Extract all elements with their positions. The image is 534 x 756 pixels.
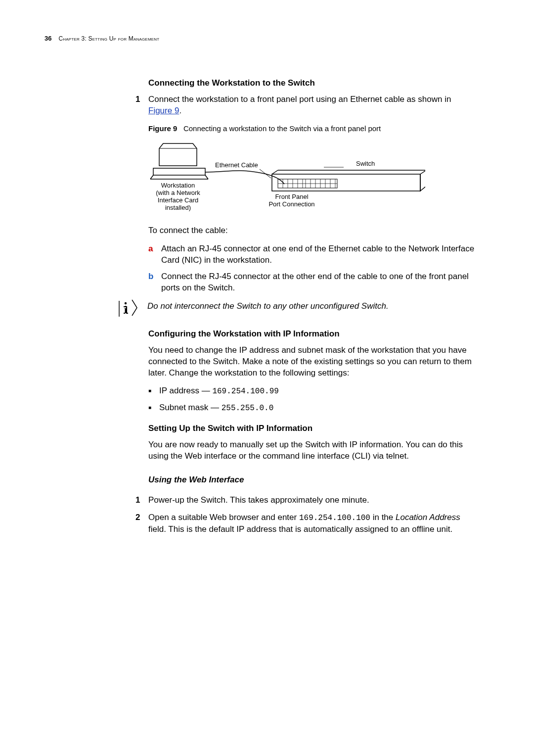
page-number: 36	[44, 35, 51, 42]
step-marker: 1	[135, 94, 140, 105]
figure-label: Figure 9	[148, 124, 177, 133]
step-text: Connect the workstation to a front panel…	[148, 94, 451, 104]
ip-address-item: IP address — 169.254.100.99	[148, 385, 475, 397]
mask-value: 255.255.0.0	[222, 404, 274, 413]
chapter-title: Chapter 3: Setting Up for Management	[58, 35, 159, 42]
s2a: Open a suitable Web browser and enter	[148, 513, 299, 522]
fig-label-switch: Switch	[356, 160, 375, 167]
figure-9-diagram: Ethernet Cable	[148, 139, 475, 216]
section-heading-setup-switch: Setting Up the Switch with IP Informatio…	[148, 423, 475, 434]
fig-label-fp2: Port Connection	[268, 200, 314, 208]
subnet-item: Subnet mask — 255.255.0.0	[148, 402, 475, 414]
info-note: i Do not interconnect the Switch to any …	[117, 299, 475, 319]
step-marker: 2	[135, 512, 140, 523]
substep-b-text: Connect the RJ-45 connector at the other…	[161, 272, 469, 292]
info-note-text: Do not interconnect the Switch to any ot…	[147, 299, 475, 312]
sec3-para: You are now ready to manually set up the…	[148, 439, 475, 462]
substep-a: a Attach an RJ-45 connector at one end o…	[148, 243, 475, 266]
figure-caption-text: Connecting a workstation to the Switch v…	[183, 124, 381, 133]
figure-caption: Figure 9 Connecting a workstation to the…	[148, 124, 475, 134]
fig-label-fp1: Front Panel	[275, 193, 308, 200]
section-heading-connecting: Connecting the Workstation to the Switch	[148, 78, 475, 89]
substep-a-marker: a	[148, 243, 153, 255]
substep-b-marker: b	[148, 271, 153, 283]
s2c: field. This is the default IP address th…	[148, 524, 452, 534]
fig-label-ethernet: Ethernet Cable	[215, 161, 258, 169]
fig-label-ws1: Workstation	[161, 182, 195, 189]
substep-a-text: Attach an RJ-45 connector at one end of …	[161, 244, 474, 265]
web-step-1-text: Power-up the Switch. This takes approxim…	[148, 495, 369, 505]
connect-intro: To connect the cable:	[148, 225, 475, 236]
fig-label-ws2: (with a Network	[156, 189, 200, 196]
step-marker: 1	[135, 495, 140, 506]
svg-rect-1	[153, 168, 205, 175]
s2-code: 169.254.100.100	[299, 514, 370, 522]
info-icon: i	[117, 299, 138, 319]
svg-line-2	[150, 175, 153, 179]
mask-label: Subnet mask —	[159, 403, 222, 412]
svg-line-7	[272, 170, 278, 174]
fig-label-ws4: installed)	[165, 204, 191, 211]
fig-label-ws3: Interface Card	[158, 196, 198, 204]
ip-value: 169.254.100.99	[212, 387, 278, 396]
s2b: in the	[370, 513, 396, 522]
step-text-tail: .	[179, 106, 181, 115]
web-step-1: 1 Power-up the Switch. This takes approx…	[148, 495, 475, 506]
sec2-para: You need to change the IP address and su…	[148, 345, 475, 379]
substep-b: b Connect the RJ-45 connector at the oth…	[148, 271, 475, 294]
section-heading-config-ws: Configuring the Workstation with IP Info…	[148, 329, 475, 340]
svg-rect-5	[272, 174, 420, 191]
svg-marker-6	[420, 170, 425, 191]
s2-italic: Location Address	[396, 513, 460, 522]
web-step-2: 2 Open a suitable Web browser and enter …	[148, 512, 475, 535]
section-heading-web-interface: Using the Web Interface	[148, 474, 475, 486]
step-1: 1 Connect the workstation to a front pan…	[148, 94, 475, 117]
running-header: 36 Chapter 3: Setting Up for Management	[44, 35, 475, 42]
figure-link[interactable]: Figure 9	[148, 106, 179, 115]
ip-label: IP address —	[159, 386, 212, 395]
svg-line-3	[205, 175, 208, 179]
